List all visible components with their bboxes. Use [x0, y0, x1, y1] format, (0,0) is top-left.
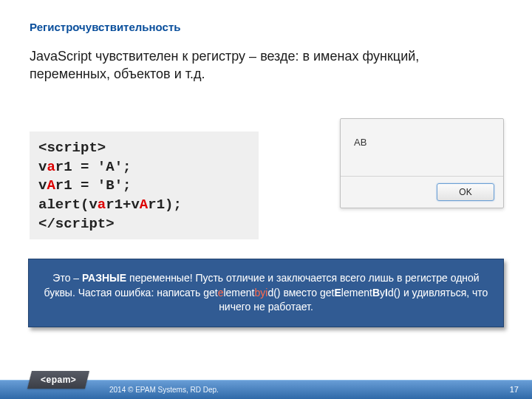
- page-number: 17: [510, 385, 519, 394]
- epam-logo: <epam>: [27, 371, 89, 389]
- slide-title: Регистрочувствительность: [30, 21, 181, 33]
- code-line: var1 = 'A';: [38, 158, 250, 177]
- alert-message: AB: [341, 119, 503, 148]
- code-line: alert(var1+vAr1);: [38, 196, 250, 215]
- code-line: vAr1 = 'B';: [38, 177, 250, 196]
- slide-subtitle: JavaScript чувствителен к регистру – вез…: [30, 47, 495, 83]
- code-line: </script>: [38, 215, 250, 234]
- alert-dialog: AB OK: [340, 118, 504, 208]
- code-snippet: <script> var1 = 'A'; vAr1 = 'B'; alert(v…: [30, 132, 259, 239]
- note-callout: Это – РАЗНЫЕ переменные! Пусть отличие и…: [28, 259, 504, 327]
- code-line: <script>: [38, 139, 250, 158]
- ok-button[interactable]: OK: [437, 183, 494, 201]
- dialog-footer: OK: [341, 177, 503, 208]
- copyright-text: 2014 © EPAM Systems, RD Dep.: [109, 386, 219, 394]
